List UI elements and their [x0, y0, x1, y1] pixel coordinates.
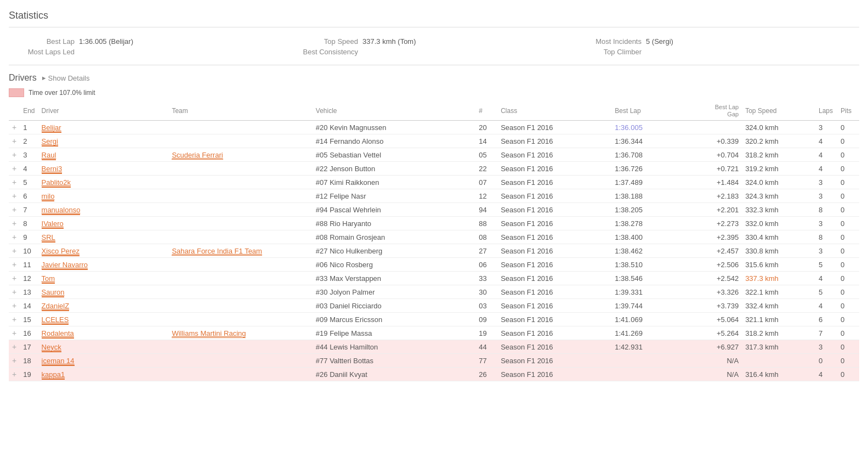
expand-button[interactable]: + [9, 148, 20, 162]
expand-button[interactable]: + [9, 162, 20, 176]
top-speed-value [742, 354, 815, 368]
expand-button[interactable]: + [9, 368, 20, 381]
team-name[interactable] [168, 340, 312, 354]
team-name[interactable] [168, 203, 312, 217]
position: 17 [20, 340, 38, 354]
team-name[interactable] [168, 299, 312, 313]
team-name[interactable] [168, 354, 312, 368]
pits-count: 0 [837, 258, 859, 272]
team-name[interactable]: Sahara Force India F1 Team [168, 244, 312, 258]
position: 16 [20, 326, 38, 340]
driver-name[interactable]: milo [38, 189, 169, 203]
car-class: Season F1 2016 [497, 230, 611, 244]
expand-button[interactable]: + [9, 326, 20, 340]
car-class: Season F1 2016 [497, 258, 611, 272]
driver-name[interactable]: Tom [38, 272, 169, 285]
best-lap-label: Best Lap [9, 37, 75, 46]
driver-name[interactable]: Xisco Perez [38, 244, 169, 258]
top-climber-label: Top Climber [576, 48, 642, 56]
driver-name[interactable]: manualonso [38, 203, 169, 217]
expand-button[interactable]: + [9, 299, 20, 313]
driver-name[interactable]: IValero [38, 217, 169, 230]
pits-count: 0 [837, 217, 859, 230]
expand-button[interactable]: + [9, 313, 20, 326]
driver-name[interactable]: Javier Navarro [38, 258, 169, 272]
table-row: + 6 milo #12 Felipe Nasr 12 Season F1 20… [9, 189, 859, 203]
team-name[interactable] [168, 313, 312, 326]
team-name[interactable] [168, 230, 312, 244]
vehicle-name: #07 Kimi Raikkonen [313, 176, 475, 189]
best-lap-time: 1:38.278 [611, 217, 685, 230]
expand-button[interactable]: + [9, 258, 20, 272]
show-details-button[interactable]: ► Show Details [41, 74, 90, 82]
statistics-section: Statistics Best Lap 1:36.005 (Belijar) M… [9, 5, 859, 65]
team-name[interactable]: Scuderia Ferrari [168, 148, 312, 162]
team-name[interactable] [168, 189, 312, 203]
stat-most-laps-led: Most Laps Led [9, 48, 292, 56]
team-name[interactable] [168, 258, 312, 272]
expand-button[interactable]: + [9, 176, 20, 189]
vehicle-name: #14 Fernando Alonso [313, 134, 475, 148]
driver-name[interactable]: kappa1 [38, 368, 169, 381]
car-number: 20 [475, 121, 497, 134]
car-number: 09 [475, 313, 497, 326]
car-number: 03 [475, 299, 497, 313]
driver-name[interactable]: Neyck [38, 340, 169, 354]
top-speed-value: 330.4 kmh [742, 230, 815, 244]
expand-button[interactable]: + [9, 230, 20, 244]
position: 3 [20, 148, 38, 162]
expand-button[interactable]: + [9, 189, 20, 203]
driver-name[interactable]: Pablito2k [38, 176, 169, 189]
laps-count: 3 [815, 176, 837, 189]
pits-count: 0 [837, 340, 859, 354]
best-lap-time: 1:38.510 [611, 258, 685, 272]
driver-name[interactable]: Raul [38, 148, 169, 162]
team-name[interactable] [168, 272, 312, 285]
expand-button[interactable]: + [9, 121, 20, 134]
expand-button[interactable]: + [9, 354, 20, 368]
car-class: Season F1 2016 [497, 217, 611, 230]
expand-button[interactable]: + [9, 217, 20, 230]
car-number: 94 [475, 203, 497, 217]
driver-name[interactable]: SRL [38, 230, 169, 244]
team-name[interactable] [168, 162, 312, 176]
stat-best-lap: Best Lap 1:36.005 (Belijar) [9, 37, 292, 46]
driver-name[interactable]: Rodalenta [38, 326, 169, 340]
car-class: Season F1 2016 [497, 121, 611, 134]
expand-button[interactable]: + [9, 285, 20, 299]
table-header-row: End Driver Team Vehicle # Class Best Lap… [9, 102, 859, 121]
col-laps: Laps [815, 102, 837, 121]
drivers-title: Drivers [9, 73, 37, 83]
driver-name[interactable]: Belijar [38, 121, 169, 134]
expand-button[interactable]: + [9, 340, 20, 354]
team-name[interactable] [168, 134, 312, 148]
best-lap-time: 1:38.462 [611, 244, 685, 258]
driver-name[interactable]: iceman 14 [38, 354, 169, 368]
position: 5 [20, 176, 38, 189]
team-name[interactable] [168, 217, 312, 230]
expand-button[interactable]: + [9, 203, 20, 217]
driver-name[interactable]: ZdanielZ [38, 299, 169, 313]
most-incidents-label: Most Incidents [576, 37, 642, 46]
driver-name[interactable]: LCELES [38, 313, 169, 326]
pits-count: 0 [837, 313, 859, 326]
car-class: Season F1 2016 [497, 313, 611, 326]
team-name[interactable] [168, 368, 312, 381]
chevron-right-icon: ► [41, 75, 47, 81]
car-class: Season F1 2016 [497, 354, 611, 368]
expand-button[interactable]: + [9, 244, 20, 258]
expand-button[interactable]: + [9, 134, 20, 148]
driver-name[interactable]: Sergi [38, 134, 169, 148]
team-name[interactable]: Williams Martini Racing [168, 326, 312, 340]
expand-button[interactable]: + [9, 272, 20, 285]
table-row: + 8 IValero #88 Rio Haryanto 88 Season F… [9, 217, 859, 230]
best-consistency-label: Best Consistency [292, 48, 358, 56]
team-name[interactable] [168, 176, 312, 189]
best-lap-time: 1:38.400 [611, 230, 685, 244]
team-name[interactable] [168, 121, 312, 134]
driver-name[interactable]: Berni3 [38, 162, 169, 176]
driver-name[interactable]: Sauron [38, 285, 169, 299]
best-lap-gap: +5.264 [685, 326, 742, 340]
best-lap-gap: +0.721 [685, 162, 742, 176]
team-name[interactable] [168, 285, 312, 299]
